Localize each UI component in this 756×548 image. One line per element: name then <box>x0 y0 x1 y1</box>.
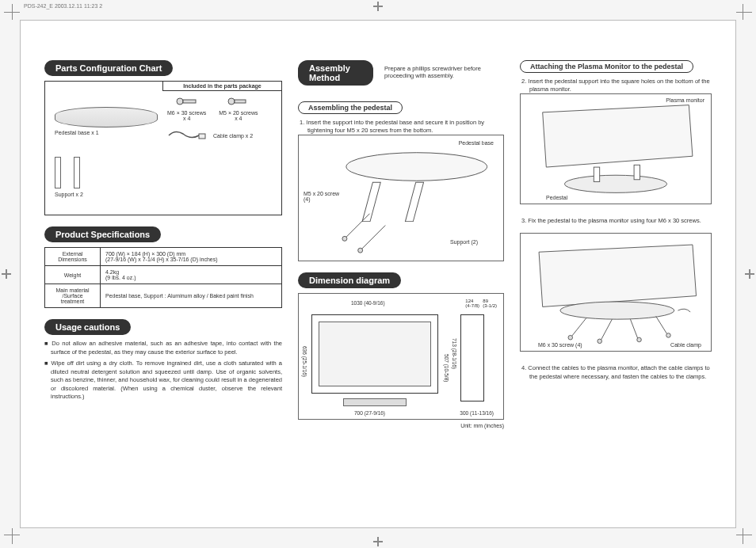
crop-mark <box>12 528 13 544</box>
caution-item: Wipe off dirt using a dry cloth. To remo… <box>44 360 282 401</box>
svg-point-15 <box>560 302 674 319</box>
svg-line-10 <box>362 226 386 249</box>
svg-rect-7 <box>405 183 423 222</box>
parts-config-heading: Parts Configuration Chart <box>44 60 173 76</box>
middle-column: Assembly Method Prepare a phillips screw… <box>298 60 504 504</box>
callout-m6-screw: M6 x 30 screw (4) <box>536 342 584 348</box>
assembly-intro: Prepare a phillips screwdriver before pr… <box>381 60 504 79</box>
dim-d2: 89 (3-1/2) <box>483 299 497 308</box>
svg-point-5 <box>346 153 487 181</box>
tv-side-view-icon <box>460 314 484 401</box>
stand-front-icon <box>343 398 407 406</box>
step-1-text: 1. Insert the support into the pedestal … <box>298 119 504 135</box>
included-header: Included in the parts package <box>162 82 281 91</box>
usage-cautions-section: Usage cautions Do not allow an adhesive … <box>44 319 282 405</box>
fix-pedestal-diagram: M6 x 30 screw (4) Cable clamp <box>520 233 712 352</box>
svg-rect-6 <box>362 183 380 222</box>
callout-pedestal: Pedestal <box>544 195 569 200</box>
svg-rect-1 <box>183 100 196 103</box>
assembly-method-heading: Assembly Method <box>298 60 373 86</box>
dimension-diagram-section: Dimension diagram 1030 (40-9/16) 636 (25… <box>298 272 504 428</box>
usage-cautions-heading: Usage cautions <box>44 319 131 335</box>
page-header-meta: PDS-242_E 2003.12.11 11:23 2 <box>24 3 102 9</box>
step-4-text: 4. Connect the cables to the plasma moni… <box>520 364 712 380</box>
callout-pedestal-base: Pedestal base <box>457 140 495 146</box>
manual-page: Parts Configuration Chart Included in th… <box>20 20 736 528</box>
cable-clamp-icon <box>167 127 207 143</box>
svg-rect-13 <box>594 167 599 181</box>
registration-mark-icon <box>745 269 754 279</box>
dimension-unit-note: Unit: mm (inches) <box>298 423 504 428</box>
svg-point-9 <box>342 237 347 242</box>
svg-line-20 <box>630 320 637 339</box>
svg-point-23 <box>666 333 671 338</box>
svg-rect-4 <box>199 134 205 139</box>
table-row: External Dimensions 700 (W) × 184 (H) × … <box>45 248 282 266</box>
dim-width-top: 1030 (40-9/16) <box>351 300 385 306</box>
m5-screws-label: M5 × 20 screws x 4 <box>219 110 258 121</box>
product-specs-section: Product Specifications External Dimensio… <box>44 226 282 308</box>
svg-point-17 <box>568 336 573 341</box>
callout-m5-screw: M5 x 20 screw (4) <box>302 191 341 202</box>
svg-line-8 <box>346 214 370 238</box>
dimension-diagram-heading: Dimension diagram <box>298 272 401 288</box>
spec-label: Main material /Surface treatment <box>45 284 101 308</box>
spec-label: Weight <box>45 266 101 284</box>
caution-item: Do not allow an adhesive material, such … <box>44 340 282 356</box>
crop-mark <box>736 535 752 536</box>
right-column: Attaching the Plasma Monitor to the pede… <box>520 60 712 504</box>
pedestal-base-icon <box>55 107 158 127</box>
support-icon <box>74 157 80 188</box>
assembling-pedestal-section: Assembling the pedestal 1. Insert the su… <box>298 101 504 261</box>
assembling-pedestal-heading: Assembling the pedestal <box>298 101 403 114</box>
svg-line-18 <box>601 320 613 341</box>
svg-point-11 <box>358 248 363 253</box>
registration-mark-icon <box>2 269 11 279</box>
callout-cable-clamp: Cable clamp <box>669 342 703 348</box>
svg-point-21 <box>637 338 642 343</box>
dim-base-width: 700 (27-9/16) <box>354 410 385 416</box>
crop-mark <box>736 12 752 13</box>
svg-rect-14 <box>634 166 640 180</box>
parts-config-box: Included in the parts package Pedestal b… <box>44 81 282 215</box>
attaching-monitor-heading: Attaching the Plasma Monitor to the pede… <box>520 60 693 73</box>
dim-side-depth: 300 (11-13/16) <box>460 410 494 416</box>
parts-config-section: Parts Configuration Chart Included in th… <box>44 60 282 215</box>
step-2-text: 2. Insert the pedestal support into the … <box>520 78 712 93</box>
left-column: Parts Configuration Chart Included in th… <box>44 60 282 504</box>
dimension-diagram: 1030 (40-9/16) 636 (25-1/16) 700 (27-9/1… <box>298 293 504 420</box>
dim-d1: 124 (4-7/8) <box>465 299 479 308</box>
spec-label: External Dimensions <box>45 248 101 266</box>
crop-mark <box>743 4 744 20</box>
specs-table: External Dimensions 700 (W) × 184 (H) × … <box>44 247 282 308</box>
screw-icon <box>227 96 250 107</box>
registration-mark-icon <box>373 2 383 11</box>
svg-line-22 <box>656 317 667 334</box>
spec-value: Pedestal base, Support : Aluminum alloy … <box>101 284 282 308</box>
svg-line-16 <box>572 318 586 337</box>
svg-rect-3 <box>235 100 246 103</box>
table-row: Weight 4.2kg (9 lbs. 4 oz.) <box>45 266 282 284</box>
product-specs-heading: Product Specifications <box>44 226 161 242</box>
registration-mark-icon <box>373 537 383 546</box>
crop-mark <box>12 4 13 20</box>
assembling-pedestal-diagram: Pedestal base M5 x 20 screw (4) Support … <box>298 135 504 261</box>
attaching-monitor-section: Attaching the Plasma Monitor to the pede… <box>520 60 712 209</box>
crop-mark <box>743 528 744 544</box>
screw-icon <box>176 96 198 107</box>
dim-height-left: 636 (25-1/16) <box>302 346 307 377</box>
callout-plasma-monitor: Plasma monitor <box>664 97 706 103</box>
callout-support: Support (2) <box>449 239 479 245</box>
spec-value: 4.2kg (9 lbs. 4 oz.) <box>101 266 282 284</box>
support-label: Support x 2 <box>55 192 159 197</box>
m6-screws-label: M6 × 30 screws x 4 <box>167 110 206 121</box>
support-icon <box>55 157 61 188</box>
tv-front-view-icon <box>311 314 438 394</box>
cable-clamp-label: Cable clamp x 2 <box>213 133 253 139</box>
dim-side-h2: 507 (10-5/8) <box>444 354 449 382</box>
step-3-text: 3. Fix the pedestal to the plasma monito… <box>520 217 712 225</box>
table-row: Main material /Surface treatment Pedesta… <box>45 284 282 308</box>
svg-point-0 <box>177 98 183 105</box>
svg-point-2 <box>228 98 235 105</box>
spec-value: 700 (W) × 184 (H) × 300 (D) mm (27-9/16 … <box>101 248 282 266</box>
